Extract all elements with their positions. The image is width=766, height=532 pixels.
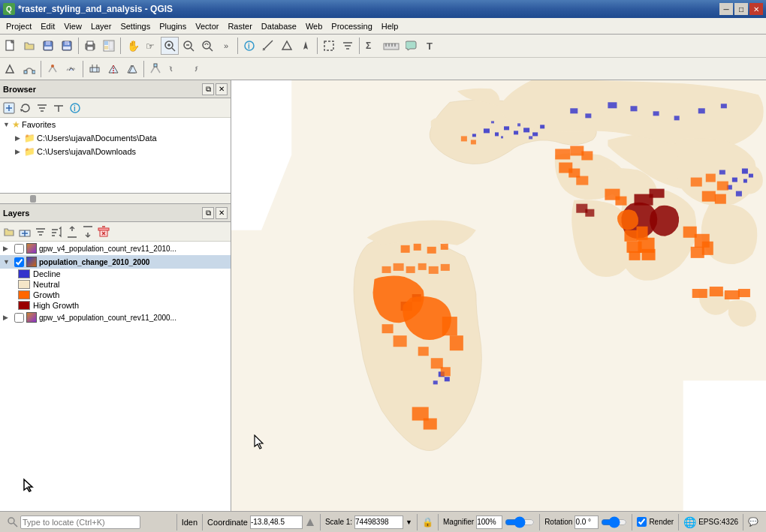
browser-collapse-button[interactable] [51,101,66,116]
map-area[interactable] [231,80,766,511]
locate-input[interactable] [20,515,140,529]
layers-collapse-button[interactable] [80,224,95,239]
scale-status-item[interactable]: Scale 1: ▼ [321,514,418,530]
layer-item-gpw2010[interactable]: ▶ gpw_v4_population_count_rev11_2010... [0,242,231,255]
more-tools-button[interactable]: » [217,37,235,55]
rotation-status-item[interactable]: Rotation [540,514,632,530]
zoom-out-button[interactable] [179,37,198,55]
coord-input[interactable] [250,515,303,529]
browser-add-button[interactable] [2,101,17,116]
annotation-button[interactable] [403,37,421,55]
svg-rect-107 [742,169,748,174]
merge-button[interactable] [123,60,141,78]
rotation-slider[interactable] [601,517,627,527]
browser-refresh-button[interactable] [18,101,33,116]
browser-favorites[interactable]: ▼ ★ Favorites [0,118,231,131]
browser-close-button[interactable]: ✕ [216,83,228,95]
menu-raster[interactable]: Raster [223,19,256,34]
render-checkbox[interactable] [637,517,647,527]
split-button[interactable] [104,60,122,78]
save-project-button[interactable] [39,37,57,55]
browser-controls[interactable]: ⧉ ✕ [202,83,228,95]
menu-vector[interactable]: Vector [191,19,223,34]
measure-bearing-button[interactable] [297,37,315,55]
minimize-button[interactable]: ─ [719,3,733,15]
open-project-button[interactable] [20,37,38,55]
rotation-input[interactable] [574,515,599,529]
close-button[interactable]: ✕ [749,3,763,15]
menu-layer[interactable]: Layer [86,19,116,34]
magnifier-status-item[interactable]: Magnifier [439,514,540,530]
print-button[interactable] [81,37,99,55]
svg-rect-151 [706,174,716,182]
render-status-item[interactable]: Render [632,514,679,530]
reshape-button[interactable] [62,60,80,78]
layer1-visibility[interactable] [14,244,24,254]
measure-button[interactable] [259,37,277,55]
layers-tree[interactable]: ▶ gpw_v4_population_count_rev11_2010... … [0,242,231,511]
layers-float-button[interactable]: ⧉ [202,207,214,219]
browser-documents[interactable]: ▶ 📁 C:\Users\ujaval\Documents\Data [0,131,231,145]
undo-button[interactable] [165,60,183,78]
layers-expand-button[interactable] [65,224,80,239]
layer2-visibility[interactable] [14,257,24,267]
browser-downloads[interactable]: ▶ 📁 C:\Users\ujaval\Downloads [0,145,231,158]
menu-processing[interactable]: Processing [327,19,376,34]
epsg-status-item[interactable]: 🌐 EPSG:4326 [679,514,743,530]
edit-vertices-button[interactable] [44,60,62,78]
layer-item-popchange[interactable]: ▼ population_change_2010_2000 [0,255,231,269]
redo-button[interactable] [184,60,202,78]
scale-input[interactable] [354,515,403,529]
pan-select-button[interactable]: ☞ [142,37,160,55]
layers-sort-button[interactable] [49,224,64,239]
node-edit-button[interactable] [20,60,38,78]
layers-controls[interactable]: ⧉ ✕ [202,207,228,219]
browser-float-button[interactable]: ⧉ [202,83,214,95]
menu-project[interactable]: Project [2,19,36,34]
maximize-button[interactable]: □ [734,3,748,15]
browser-properties-button[interactable]: i [68,101,83,116]
iden-status-item[interactable]: Iden [177,514,203,530]
measure-area-button[interactable] [278,37,296,55]
compose-button[interactable] [100,37,118,55]
menu-edit[interactable]: Edit [36,19,59,34]
menu-database[interactable]: Database [257,19,301,34]
text-annotation-button[interactable]: T [421,37,439,55]
layer3-visibility[interactable] [14,313,24,323]
magnifier-slider[interactable] [505,517,535,527]
layer-item-gpw2000[interactable]: ▶ gpw_v4_population_count_rev11_2000... [0,311,231,324]
save-as-button[interactable]: + [58,37,76,55]
lock-status-item[interactable]: 🔒 [418,514,439,530]
calculator-button[interactable]: Σ [362,37,380,55]
identify-button[interactable]: i [240,37,258,55]
browser-tree[interactable]: ▼ ★ Favorites ▶ 📁 C:\Users\ujaval\Docume… [0,118,231,193]
menu-web[interactable]: Web [301,19,327,34]
magnifier-input[interactable] [476,515,502,529]
filter-button[interactable] [339,37,357,55]
layers-remove-button[interactable] [96,224,111,239]
zoom-full-button[interactable] [198,37,216,55]
browser-filter-button[interactable] [35,101,50,116]
menu-help[interactable]: Help [377,19,403,34]
digitize-button[interactable] [2,60,20,78]
menu-view[interactable]: View [59,19,86,34]
map-canvas[interactable] [231,80,766,511]
scale-dropdown-icon[interactable]: ▼ [406,518,412,526]
layers-close-button[interactable]: ✕ [216,207,228,219]
menu-plugins[interactable]: Plugins [155,19,191,34]
new-project-button[interactable] [2,37,20,55]
search-status-item[interactable] [3,514,177,530]
pan-tool-button[interactable]: ✋ [123,37,141,55]
zoom-in-button[interactable] [161,37,179,55]
browser-hscroll[interactable] [0,193,231,203]
info-status-item[interactable]: 💬 [743,514,763,530]
ruler-button[interactable] [381,37,402,55]
advanced-edit-button[interactable] [86,60,104,78]
select-feature-button[interactable] [320,37,338,55]
vertex-tool-button[interactable] [146,60,164,78]
layers-open-button[interactable] [2,224,17,239]
menu-settings[interactable]: Settings [116,19,155,34]
layers-filter-button[interactable] [33,224,48,239]
layers-add-button[interactable] [17,224,32,239]
title-bar-controls[interactable]: ─ □ ✕ [719,3,763,15]
